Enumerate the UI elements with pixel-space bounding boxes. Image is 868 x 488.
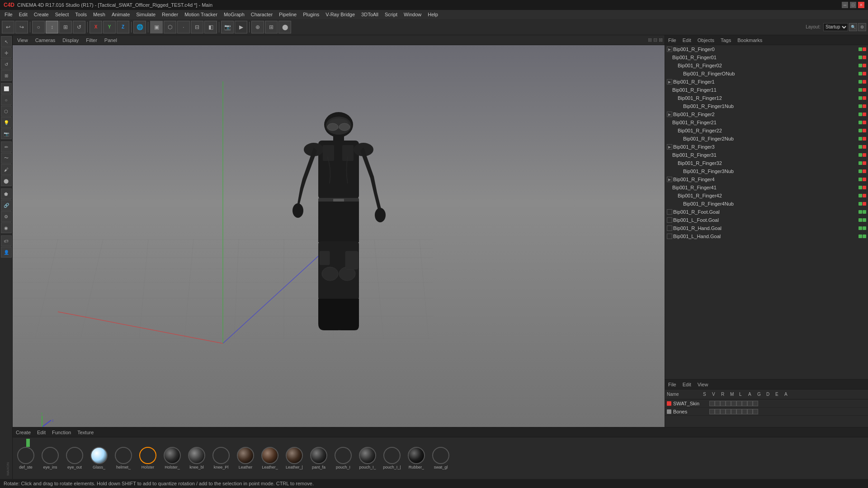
obj-toolbar-tags[interactable]: Tags <box>719 38 732 43</box>
tool-spline[interactable]: 〜 <box>1 153 12 164</box>
obj-toolbar-bookmarks[interactable]: Bookmarks <box>736 38 764 43</box>
world-coord-btn[interactable]: 🌐 <box>133 21 146 33</box>
material-item-11[interactable]: Leather_| <box>283 447 306 469</box>
tool-cube[interactable]: ⬜ <box>1 83 12 94</box>
obj-row-13[interactable]: Bip001_R_Finger31 <box>665 151 868 159</box>
attr-toolbar-file[interactable]: File <box>667 382 678 387</box>
obj-row-4[interactable]: ▶Bip001_R_Finger1 <box>665 78 868 86</box>
menu-item-character[interactable]: Character <box>248 11 275 18</box>
obj-row-3[interactable]: Bip001_R_FingerONub <box>665 70 868 78</box>
redo-button[interactable]: ↪ <box>15 21 28 33</box>
obj-row-14[interactable]: Bip001_R_Finger32 <box>665 159 868 167</box>
tool-move[interactable]: ✛ <box>1 47 12 58</box>
material-item-7[interactable]: knee_bl <box>185 447 208 469</box>
menu-item-3dtoall[interactable]: 3DToAll <box>359 11 381 18</box>
material-item-9[interactable]: Leather <box>234 447 257 469</box>
obj-row-10[interactable]: Bip001_R_Finger22 <box>665 127 868 135</box>
obj-row-0[interactable]: ▶Bip001_R_Finger0 <box>665 45 868 53</box>
mat-texture[interactable]: Texture <box>76 430 95 435</box>
obj-row-8[interactable]: ▶Bip001_R_Finger2 <box>665 110 868 118</box>
material-item-5[interactable]: Holster <box>137 447 159 469</box>
move-button[interactable]: ↕ <box>46 21 58 33</box>
material-item-10[interactable]: Leather_ <box>259 447 281 469</box>
menu-item-mesh[interactable]: Mesh <box>90 11 108 18</box>
material-item-17[interactable]: swat_gl <box>429 447 452 469</box>
viewport-3d[interactable]: Perspective <box>13 45 665 438</box>
poly-mode-btn[interactable]: ◧ <box>204 21 217 33</box>
tool-constraint[interactable]: 🔗 <box>1 200 12 211</box>
rotate-button[interactable]: ↺ <box>73 21 85 33</box>
tool-light[interactable]: 💡 <box>1 117 12 128</box>
obj-toolbar-objects[interactable]: Objects <box>696 38 716 43</box>
texture-mode-btn[interactable]: ⬡ <box>164 21 176 33</box>
tool-sphere[interactable]: ○ <box>1 94 12 105</box>
vp-menu-cameras[interactable]: Cameras <box>33 37 58 43</box>
obj-row-6[interactable]: Bip001_R_Finger12 <box>665 94 868 102</box>
model-mode-btn[interactable]: ▣ <box>150 21 163 33</box>
material-item-1[interactable]: eye_ins <box>39 447 61 469</box>
obj-row-5[interactable]: Bip001_R_Finger11 <box>665 86 868 94</box>
menu-item-select[interactable]: Select <box>52 11 72 18</box>
obj-row-16[interactable]: ▶Bip001_R_Finger4 <box>665 175 868 183</box>
snap-btn[interactable]: ⊕ <box>251 21 264 33</box>
attr-toolbar-edit[interactable]: Edit <box>681 382 693 387</box>
menu-item-window[interactable]: Window <box>401 11 424 18</box>
menu-item-tools[interactable]: Tools <box>72 11 90 18</box>
menu-item-simulate[interactable]: Simulate <box>133 11 158 18</box>
obj-row-11[interactable]: Bip001_R_Finger2Nub <box>665 135 868 143</box>
workplane-btn[interactable]: ⬤ <box>278 21 291 33</box>
tool-rotate[interactable]: ↺ <box>1 59 12 70</box>
menu-item-script[interactable]: Script <box>382 11 400 18</box>
layout-search-btn[interactable]: 🔍 <box>849 23 857 31</box>
obj-row-21[interactable]: Bip001_L_Foot.Goal <box>665 216 868 224</box>
menu-item-v-ray-bridge[interactable]: V-Ray Bridge <box>323 11 358 18</box>
attr-row-1[interactable]: Bones <box>665 408 868 416</box>
menu-item-pipeline[interactable]: Pipeline <box>276 11 299 18</box>
obj-toolbar-file[interactable]: File <box>667 38 678 43</box>
tool-cylinder[interactable]: ⬡ <box>1 106 12 117</box>
minimize-button[interactable]: ─ <box>842 2 848 8</box>
menu-item-motion-tracker[interactable]: Motion Tracker <box>182 11 220 18</box>
tool-deform[interactable]: ⬟ <box>1 188 12 199</box>
tool-material[interactable]: ◉ <box>1 222 12 233</box>
obj-row-12[interactable]: ▶Bip001_R_Finger3 <box>665 143 868 151</box>
material-item-8[interactable]: knee_Pl <box>210 447 232 469</box>
tool-tag[interactable]: 🏷 <box>1 235 12 246</box>
material-item-13[interactable]: pouch_I <box>332 447 354 469</box>
tool-character[interactable]: 👤 <box>1 247 12 258</box>
material-item-0[interactable]: def_ste <box>14 447 37 469</box>
point-mode-btn[interactable]: · <box>177 21 190 33</box>
obj-row-2[interactable]: Bip001_R_Finger02 <box>665 61 868 70</box>
menu-item-mograph[interactable]: MoGraph <box>221 11 247 18</box>
tool-pen[interactable]: ✏ <box>1 141 12 152</box>
tool-generator[interactable]: ⚙ <box>1 211 12 222</box>
scale-button[interactable]: ⊞ <box>59 21 72 33</box>
menu-item-animate[interactable]: Animate <box>109 11 132 18</box>
obj-row-18[interactable]: Bip001_R_Finger42 <box>665 192 868 200</box>
attr-toolbar-view[interactable]: View <box>696 382 710 387</box>
tool-scale[interactable]: ⊞ <box>1 70 12 81</box>
tool-select[interactable]: ↖ <box>1 36 12 47</box>
menu-item-plugins[interactable]: Plugins <box>300 11 322 18</box>
obj-row-23[interactable]: Bip001_L_Hand.Goal <box>665 232 868 240</box>
obj-row-9[interactable]: Bip001_R_Finger21 <box>665 118 868 127</box>
material-item-3[interactable]: Glass_ <box>88 447 110 469</box>
tool-sculpt[interactable]: ⬤ <box>1 175 12 186</box>
obj-row-20[interactable]: Bip001_R_Foot.Goal <box>665 208 868 216</box>
layout-settings-btn[interactable]: ⚙ <box>858 23 866 31</box>
tool-paint[interactable]: 🖌 <box>1 164 12 175</box>
vp-menu-filter[interactable]: Filter <box>83 37 99 43</box>
render-btn[interactable]: ▶ <box>235 21 247 33</box>
menu-item-file[interactable]: File <box>2 11 15 18</box>
vp-menu-panel[interactable]: Panel <box>102 37 120 43</box>
menu-item-render[interactable]: Render <box>159 11 181 18</box>
mat-function[interactable]: Function <box>51 430 72 435</box>
vp-menu-view[interactable]: View <box>14 37 31 43</box>
material-item-6[interactable]: Holster_ <box>161 447 184 469</box>
tool-camera[interactable]: 📷 <box>1 128 12 139</box>
y-axis-btn[interactable]: Y <box>103 21 116 33</box>
obj-row-17[interactable]: Bip001_R_Finger41 <box>665 183 868 192</box>
grid-btn[interactable]: ⊞ <box>265 21 278 33</box>
edge-mode-btn[interactable]: ⊟ <box>191 21 203 33</box>
menu-item-edit[interactable]: Edit <box>16 11 30 18</box>
